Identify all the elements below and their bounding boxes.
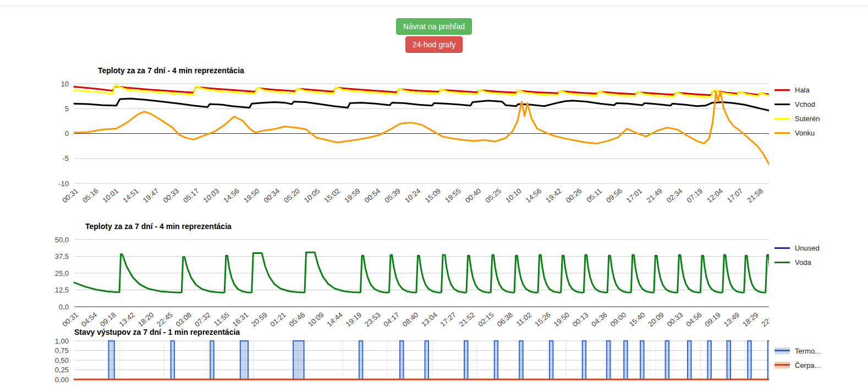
svg-text:10:05: 10:05 [303, 187, 322, 204]
svg-text:09:00: 09:00 [609, 311, 628, 328]
svg-text:12:04: 12:04 [705, 187, 724, 204]
svg-text:11:55: 11:55 [212, 311, 231, 328]
hala-series-swatch [774, 89, 790, 91]
chart-water-plot: 50,037,525,012,50,000:3104:5409:1813:421… [44, 235, 769, 330]
legend-label-termo: Termo... [795, 347, 821, 355]
svg-text:16:31: 16:31 [231, 311, 250, 328]
chart-temperatures-section: Teploty za za 7 dní - 4 min reprezentáci… [44, 66, 868, 214]
svg-text:37,5: 37,5 [55, 252, 69, 260]
svg-text:19:50: 19:50 [552, 311, 571, 328]
legend-item-voda: Voda [774, 255, 868, 269]
svg-text:-10: -10 [58, 180, 69, 188]
svg-text:13:42: 13:42 [117, 311, 136, 328]
svg-text:10:10: 10:10 [504, 187, 523, 204]
unused-series-swatch [774, 247, 790, 249]
svg-text:21:49: 21:49 [645, 187, 664, 204]
chart-water-legend: UnusedVoda [769, 235, 868, 269]
svg-text:14:44: 14:44 [325, 311, 344, 328]
svg-text:05:39: 05:39 [383, 187, 402, 204]
legend-item-hala: Hala [774, 83, 868, 97]
svg-text:00:13: 00:13 [571, 311, 590, 328]
svg-text:17:07: 17:07 [726, 187, 745, 204]
svg-text:14:56: 14:56 [524, 187, 543, 204]
svg-text:00:31: 00:31 [61, 311, 80, 328]
svg-text:1,00: 1,00 [55, 339, 69, 345]
svg-text:0,25: 0,25 [55, 366, 69, 374]
termo-series-swatch [774, 347, 790, 354]
legend-label-suteren: Suterén [795, 115, 820, 123]
svg-text:04:36: 04:36 [590, 311, 609, 328]
svg-text:23:53: 23:53 [363, 311, 382, 328]
svg-text:0: 0 [65, 129, 69, 138]
svg-text:50,0: 50,0 [55, 236, 69, 244]
svg-text:05:11: 05:11 [585, 187, 603, 204]
svg-text:14:56: 14:56 [222, 187, 241, 204]
svg-text:07:32: 07:32 [193, 311, 212, 328]
svg-text:22:45: 22:45 [155, 311, 174, 328]
legend-label-vchod: Vchod [795, 100, 815, 108]
svg-text:00:40: 00:40 [464, 187, 483, 204]
svg-text:04:56: 04:56 [684, 311, 704, 328]
svg-text:05:25: 05:25 [484, 187, 503, 204]
svg-text:18:20: 18:20 [136, 311, 156, 328]
legend-label-hala: Hala [795, 86, 810, 94]
legend-item-termo: Termo... [774, 344, 868, 358]
svg-text:20:09: 20:09 [646, 311, 666, 328]
chart-temperatures-legend: HalaVchodSuterénVonku [769, 79, 868, 140]
svg-text:02:15: 02:15 [476, 311, 496, 328]
svg-text:01:21: 01:21 [268, 311, 288, 328]
daily-graphs-button[interactable]: 24-hod grafy [405, 36, 463, 53]
svg-text:17:01: 17:01 [625, 187, 644, 204]
legend-item-vchod: Vchod [774, 97, 868, 111]
svg-text:00:34: 00:34 [262, 187, 282, 204]
svg-text:06:38: 06:38 [495, 311, 514, 328]
svg-text:25,0: 25,0 [55, 269, 69, 278]
svg-text:04:17: 04:17 [382, 311, 401, 328]
chart-outputs-legend: Termo...Čerpa... [769, 339, 868, 372]
svg-text:0,00: 0,00 [55, 376, 69, 384]
svg-text:19:55: 19:55 [443, 187, 463, 204]
svg-text:00:26: 00:26 [564, 187, 584, 204]
chart-outputs-section: Stavy výstupov za 7 dní - 1 min reprezen… [44, 328, 868, 387]
suteren-series-swatch [774, 118, 790, 120]
svg-text:-5: -5 [62, 154, 69, 162]
svg-text:10: 10 [61, 80, 69, 88]
legend-item-cerpa: Čerpa... [774, 358, 868, 372]
chart-temperatures-title: Teploty za za 7 dní - 4 min reprezentáci… [98, 66, 868, 75]
svg-text:21:52: 21:52 [458, 311, 477, 328]
svg-text:0,0: 0,0 [59, 303, 69, 311]
svg-text:02:34: 02:34 [665, 187, 684, 204]
legend-label-voda: Voda [795, 258, 811, 267]
svg-text:19:47: 19:47 [141, 187, 161, 204]
svg-text:05:46: 05:46 [288, 311, 307, 328]
chart-water-title: Teploty za za 7 dní - 4 min reprezentáci… [85, 222, 868, 231]
back-to-overview-button[interactable]: Návrat na prehľad [396, 18, 472, 35]
svg-text:00:31: 00:31 [61, 187, 80, 204]
svg-text:09:18: 09:18 [98, 311, 118, 328]
svg-text:10:24: 10:24 [403, 187, 422, 204]
svg-text:0,50: 0,50 [55, 356, 69, 365]
legend-label-vonku: Vonku [795, 129, 815, 137]
top-divider [0, 6, 868, 6]
svg-text:13:49: 13:49 [722, 311, 741, 328]
svg-text:18:29: 18:29 [741, 311, 760, 328]
svg-text:19:19: 19:19 [344, 311, 364, 328]
svg-text:21:58: 21:58 [745, 187, 765, 204]
svg-text:13:04: 13:04 [420, 311, 439, 328]
chart-water-section: Teploty za za 7 dní - 4 min reprezentáci… [44, 222, 868, 330]
svg-text:11:02: 11:02 [514, 311, 533, 328]
svg-text:5: 5 [65, 105, 69, 113]
voda-series-swatch [774, 262, 790, 263]
vonku-series-swatch [774, 132, 790, 134]
chart-temperatures-plot: 1050-5-1000:3105:1610:0114:5119:4700:330… [44, 79, 769, 214]
svg-text:00:54: 00:54 [363, 187, 382, 204]
svg-text:17:27: 17:27 [438, 311, 458, 328]
svg-text:19:59: 19:59 [343, 187, 362, 204]
svg-text:14:51: 14:51 [121, 187, 140, 204]
svg-text:10:03: 10:03 [202, 187, 221, 204]
vchod-series-swatch [774, 104, 790, 105]
svg-text:05:17: 05:17 [182, 187, 201, 204]
legend-item-unused: Unused [774, 241, 868, 255]
svg-text:00:33: 00:33 [161, 187, 180, 204]
svg-text:05:20: 05:20 [282, 187, 301, 204]
